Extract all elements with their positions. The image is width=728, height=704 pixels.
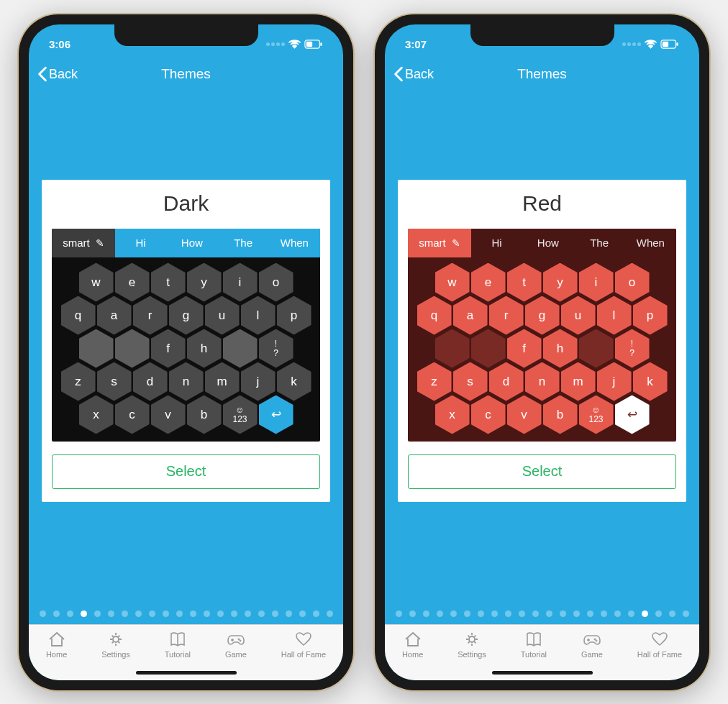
pager-dot[interactable] [313,611,319,617]
suggestion-mode[interactable]: smart ✎ [52,229,115,257]
gamepad-icon [226,631,246,648]
tab-settings[interactable]: Settings [458,631,486,659]
pager-dot[interactable] [149,611,155,617]
suggestion-item[interactable]: When [625,229,676,257]
pager-dot[interactable] [327,611,333,617]
theme-card: Dark smart ✎ Hi How The When [42,180,330,502]
pager-dot[interactable] [573,611,580,617]
hex-key[interactable]: x [79,396,114,434]
tab-tutorial[interactable]: Tutorial [165,631,191,659]
tab-home[interactable]: Home [402,631,423,659]
pager-dot[interactable] [655,611,662,617]
back-button[interactable]: Back [393,66,434,82]
page-title: Themes [517,66,567,82]
hex-key[interactable]: ↩ [259,396,294,434]
hex-key[interactable]: ☺123 [579,396,614,434]
tab-hall-of-fame[interactable]: Hall of Fame [637,631,682,659]
pager-dot[interactable] [258,611,265,617]
pager-dot[interactable] [491,611,498,617]
pager-dot[interactable] [587,611,593,617]
svg-point-9 [469,636,475,642]
pager-dot[interactable] [40,611,46,617]
hex-key[interactable]: c [471,396,506,434]
svg-rect-2 [320,42,322,46]
battery-icon [304,40,323,49]
pager-dot[interactable] [505,611,511,617]
suggestion-list: Hi How The When [115,229,320,257]
pager-dot[interactable] [409,611,416,617]
hex-key[interactable]: x [435,396,470,434]
pager-dot[interactable] [94,611,101,617]
home-indicator[interactable] [136,671,237,675]
pager[interactable] [385,589,699,624]
pager-dot[interactable] [108,611,114,617]
pager-dot[interactable] [272,611,278,617]
tab-home[interactable]: Home [46,631,67,659]
pager-dot[interactable] [67,611,73,617]
pager-dot[interactable] [163,611,169,617]
pager-dot[interactable] [286,611,292,617]
tab-label: Home [402,650,423,659]
signal-icon [622,42,641,46]
pager-dot[interactable] [217,611,224,617]
phone-frame: 3:07 Back Themes Red smart [375,14,709,690]
suggestion-item[interactable]: Hi [471,229,522,257]
pager-dot[interactable] [176,611,183,617]
suggestion-mode[interactable]: smart ✎ [408,229,471,257]
suggestion-item[interactable]: How [522,229,573,257]
pager-dot[interactable] [53,611,60,617]
svg-rect-7 [663,41,668,46]
pager-dot[interactable] [299,611,306,617]
tab-hall-of-fame[interactable]: Hall of Fame [281,631,326,659]
pager-dot[interactable] [614,611,621,617]
hex-key[interactable]: c [115,396,150,434]
tab-game[interactable]: Game [581,631,603,659]
pager-dot[interactable] [450,611,457,617]
home-indicator[interactable] [492,671,593,675]
pager-dot[interactable] [532,611,539,617]
pager-dot[interactable] [204,611,210,617]
pager-dot[interactable] [683,611,689,617]
pager-dot[interactable] [546,611,552,617]
pager-dot[interactable] [560,611,566,617]
back-button[interactable]: Back [37,66,78,82]
pager-dot[interactable] [135,611,142,617]
notch [470,24,614,46]
pager-dot[interactable] [423,611,429,617]
suggestion-item[interactable]: How [166,229,217,257]
pager-dot[interactable] [437,611,443,617]
hex-key[interactable]: ☺123 [223,396,258,434]
suggestion-item[interactable]: When [269,229,320,257]
suggestion-item[interactable]: Hi [115,229,166,257]
pager-dot[interactable] [601,611,607,617]
pager-dot[interactable] [464,611,470,617]
hex-key[interactable]: v [507,396,542,434]
pager-dot[interactable] [396,611,402,617]
pager-dot[interactable] [245,611,251,617]
hex-key[interactable]: v [151,396,186,434]
hex-key[interactable]: b [187,396,222,434]
pager-dot[interactable] [231,611,237,617]
phone-frame: 3:06 Back Themes Dark smart [19,14,353,690]
tab-game[interactable]: Game [225,631,247,659]
suggestion-item[interactable]: The [218,229,269,257]
tab-settings[interactable]: Settings [101,631,130,659]
select-button[interactable]: Select [408,454,676,489]
pager-dot[interactable] [628,611,634,617]
hex-key[interactable]: b [543,396,578,434]
tab-label: Settings [458,650,486,659]
pager-dot[interactable] [478,611,484,617]
pager-dot[interactable] [122,611,128,617]
hex-key[interactable]: ↩ [615,396,650,434]
pager-dot[interactable] [190,611,196,617]
pager[interactable] [29,589,343,624]
pager-dot[interactable] [669,611,675,617]
select-button[interactable]: Select [52,454,320,489]
tab-tutorial[interactable]: Tutorial [521,631,547,659]
theme-name: Dark [52,191,320,216]
suggestion-item[interactable]: The [574,229,625,257]
pager-dot[interactable] [81,611,87,617]
pager-dot[interactable] [642,611,648,617]
pager-dot[interactable] [519,611,525,617]
pencil-icon: ✎ [96,237,104,249]
